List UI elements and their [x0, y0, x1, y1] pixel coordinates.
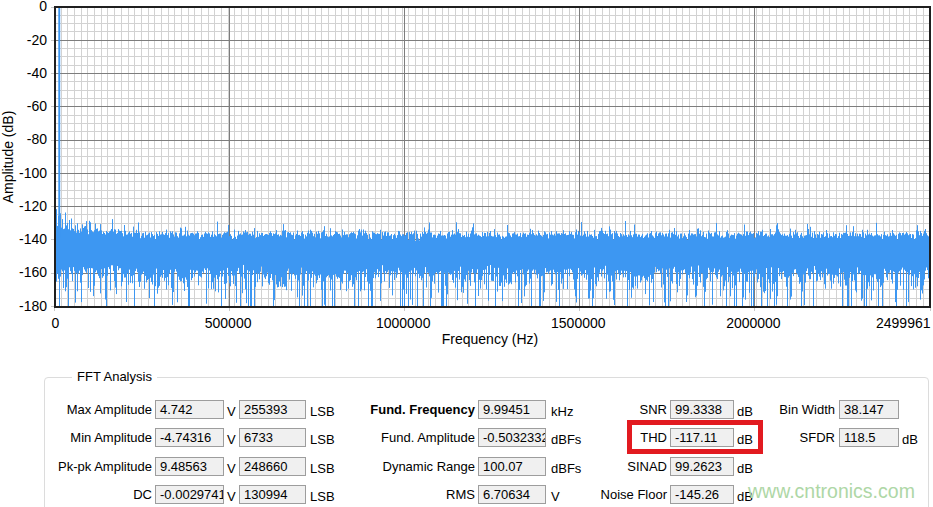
- svg-text:1500000: 1500000: [551, 315, 606, 331]
- svg-text:2000000: 2000000: [726, 315, 781, 331]
- svg-text:-180: -180: [19, 298, 47, 314]
- svg-text:-160: -160: [19, 264, 47, 280]
- svg-text:500000: 500000: [205, 315, 252, 331]
- svg-text:-80: -80: [27, 131, 47, 147]
- svg-text:2499961: 2499961: [876, 315, 931, 331]
- svg-text:Frequency (Hz): Frequency (Hz): [442, 331, 538, 347]
- svg-text:-20: -20: [27, 32, 47, 48]
- svg-text:-120: -120: [19, 198, 47, 214]
- svg-text:Amplitude (dB): Amplitude (dB): [0, 111, 16, 204]
- svg-text:1000000: 1000000: [376, 315, 431, 331]
- svg-text:-60: -60: [27, 98, 47, 114]
- svg-text:0: 0: [39, 0, 47, 14]
- svg-text:-100: -100: [19, 165, 47, 181]
- svg-text:0: 0: [51, 315, 59, 331]
- svg-text:-140: -140: [19, 231, 47, 247]
- svg-text:-40: -40: [27, 65, 47, 81]
